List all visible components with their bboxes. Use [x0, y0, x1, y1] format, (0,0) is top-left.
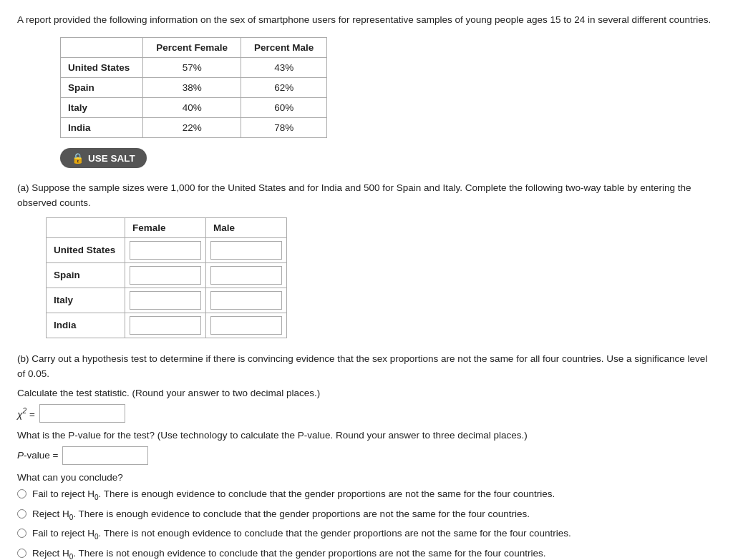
radio-input-4[interactable] — [17, 549, 26, 558]
female-pct: 38% — [143, 78, 241, 98]
data-table-row: Spain 38% 62% — [61, 78, 327, 98]
col-header-female: Percent Female — [143, 38, 241, 58]
part-a-label: (a) Suppose the sample sizes were 1,000 … — [17, 181, 716, 210]
radio-input-3[interactable] — [17, 529, 26, 538]
part-b-text: (b) Carry out a hypothesis test to deter… — [17, 351, 716, 382]
pvalue-input[interactable] — [62, 446, 148, 465]
pvalue-label: What is the P-value for the test? (Use t… — [17, 430, 716, 441]
part-b-letter: (b) — [17, 353, 29, 364]
female-input-cell — [125, 288, 206, 313]
female-pct: 22% — [143, 118, 241, 138]
entry-col-male: Male — [206, 217, 287, 237]
radio-input-2[interactable] — [17, 509, 26, 519]
conclude-section: What can you conclude? Fail to reject H0… — [17, 472, 716, 560]
pvalue-formula: P-value = — [17, 450, 58, 461]
chi-sq-input[interactable] — [39, 404, 125, 423]
female-count-input[interactable] — [130, 266, 201, 285]
radio-label-1: Fail to reject H0. There is enough evide… — [32, 487, 555, 503]
radio-option: Reject H0. There is not enough evidence … — [17, 546, 716, 560]
female-input-cell — [125, 262, 206, 288]
chi-sq-row: χ2 = — [17, 404, 716, 423]
part-a-letter: (a) — [17, 182, 29, 193]
part-b-content-text: Carry out a hypothesis test to determine… — [17, 353, 707, 380]
female-count-input[interactable] — [130, 316, 201, 335]
entry-country-name: United States — [47, 237, 125, 262]
radio-label-2: Reject H0. There is enough evidence to c… — [32, 507, 530, 523]
male-count-input[interactable] — [210, 291, 282, 310]
male-count-input[interactable] — [210, 241, 282, 260]
male-pct: 43% — [241, 58, 327, 78]
male-pct: 78% — [241, 118, 327, 138]
female-input-cell — [125, 313, 206, 338]
entry-country-name: Italy — [47, 288, 125, 313]
male-input-cell — [206, 288, 287, 313]
country-name: Spain — [61, 78, 143, 98]
male-input-cell — [206, 262, 287, 288]
intro-text: A report provided the following informat… — [17, 13, 716, 27]
entry-table-row: Italy — [47, 288, 287, 313]
female-input-cell — [125, 237, 206, 262]
country-name: India — [61, 118, 143, 138]
female-count-input[interactable] — [130, 241, 201, 260]
use-salt-button[interactable]: 🔒 USE SALT — [60, 148, 147, 168]
entry-table-row: India — [47, 313, 287, 338]
entry-col-female: Female — [125, 217, 206, 237]
radio-label-3: Fail to reject H0. There is not enough e… — [32, 526, 571, 542]
data-table-row: Italy 40% 60% — [61, 98, 327, 118]
salt-label: USE SALT — [88, 153, 135, 164]
chi-sq-label: Calculate the test statistic. (Round you… — [17, 388, 716, 398]
entry-country-name: Spain — [47, 262, 125, 288]
entry-country-name: India — [47, 313, 125, 338]
country-name: Italy — [61, 98, 143, 118]
entry-table-row: Spain — [47, 262, 287, 288]
male-input-cell — [206, 313, 287, 338]
data-table: Percent Female Percent Male United State… — [60, 37, 327, 138]
female-pct: 40% — [143, 98, 241, 118]
data-table-row: India 22% 78% — [61, 118, 327, 138]
part-a-text-content: Suppose the sample sizes were 1,000 for … — [17, 182, 691, 207]
pvalue-row: P-value = — [17, 446, 716, 465]
radio-option: Reject H0. There is enough evidence to c… — [17, 507, 716, 523]
radio-option: Fail to reject H0. There is not enough e… — [17, 526, 716, 542]
male-pct: 60% — [241, 98, 327, 118]
female-count-input[interactable] — [130, 291, 201, 310]
male-input-cell — [206, 237, 287, 262]
chi-sq-formula: χ2 = — [17, 407, 35, 420]
data-table-row: United States 57% 43% — [61, 58, 327, 78]
salt-icon: 🔒 — [72, 152, 84, 164]
male-count-input[interactable] — [210, 266, 282, 285]
table-corner — [61, 38, 143, 58]
radio-input-1[interactable] — [17, 489, 26, 498]
female-pct: 57% — [143, 58, 241, 78]
radio-label-4: Reject H0. There is not enough evidence … — [32, 546, 546, 560]
male-pct: 62% — [241, 78, 327, 98]
conclude-title: What can you conclude? — [17, 472, 716, 483]
entry-table: Female Male United States Spain Italy In… — [46, 217, 287, 338]
country-name: United States — [61, 58, 143, 78]
radio-option: Fail to reject H0. There is enough evide… — [17, 487, 716, 503]
entry-table-corner — [47, 217, 125, 237]
entry-table-row: United States — [47, 237, 287, 262]
male-count-input[interactable] — [210, 316, 282, 335]
col-header-male: Percent Male — [241, 38, 327, 58]
